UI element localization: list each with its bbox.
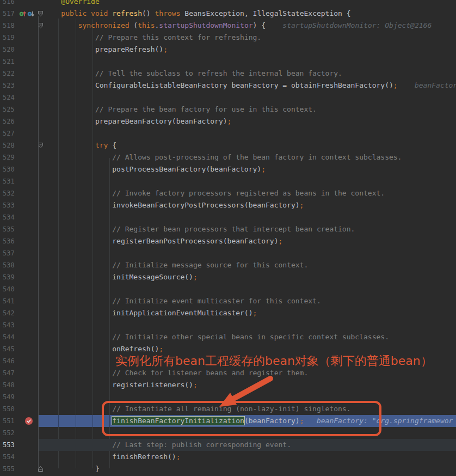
inline-debug-hint: startupShutdownMonitor: Object@2166 (266, 21, 432, 29)
gutter-icon-area (19, 8, 36, 20)
code-text[interactable]: registerListeners(); (44, 379, 198, 391)
code-line: 525 // Prepare the bean factory for use … (0, 103, 456, 115)
code-text[interactable]: // Prepare this context for refreshing. (44, 32, 261, 44)
gutter-line-number[interactable]: 532 (0, 187, 19, 199)
gutter-icon-area (19, 331, 36, 343)
code-token: void (91, 9, 108, 17)
gutter-line-number[interactable]: 525 (0, 103, 19, 115)
gutter-line-number[interactable]: 518 (0, 20, 19, 32)
gutter-line-number[interactable]: 547 (0, 367, 19, 379)
code-token: ; (193, 273, 198, 281)
code-text[interactable]: finishRefresh(); (44, 451, 180, 463)
code-line: 533 invokeBeanFactoryPostProcessors(bean… (0, 199, 456, 211)
code-text[interactable]: // Register bean processors that interce… (44, 223, 355, 235)
code-text[interactable]: // Last step: publish corresponding even… (44, 439, 291, 451)
gutter-line-number[interactable]: 549 (0, 391, 19, 403)
code-token (44, 237, 112, 245)
gutter-line-number[interactable]: 535 (0, 223, 19, 235)
gutter-line-number[interactable]: 531 (0, 175, 19, 187)
code-token: registerListeners() (112, 381, 193, 389)
gutter-icon-area (19, 235, 36, 247)
gutter-line-number[interactable]: 523 (0, 80, 19, 91)
code-text[interactable]: // Tell the subclass to refresh the inte… (44, 68, 342, 80)
code-line: 544 // Initialize other special beans in… (0, 331, 456, 343)
annotation-text: 实例化所有bean工程缓存的bean对象（剩下的普通bean） (115, 353, 433, 369)
code-text[interactable]: public void refresh() throws BeansExcept… (44, 8, 351, 20)
gutter-icon-area (19, 415, 36, 427)
gutter-icon-area (19, 259, 36, 271)
code-token (44, 465, 95, 473)
gutter-line-number[interactable]: 520 (0, 44, 19, 56)
code-text[interactable]: registerBeanPostProcessors(beanFactory); (44, 235, 282, 247)
gutter-line-number[interactable]: 528 (0, 139, 19, 151)
override-method-icon[interactable] (19, 10, 27, 17)
gutter-icon-area (19, 307, 36, 319)
code-text[interactable]: initMessageSource(); (44, 271, 198, 283)
gutter-line-number[interactable]: 516 (0, 0, 19, 8)
code-text[interactable]: } (44, 463, 100, 475)
code-token (44, 381, 112, 389)
code-token: // Invoke factory processors registered … (112, 189, 385, 197)
breakpoint-icon[interactable] (24, 417, 33, 425)
gutter-line-number[interactable]: 540 (0, 283, 19, 295)
gutter-line-number[interactable]: 529 (0, 151, 19, 163)
code-text[interactable]: initApplicationEventMulticaster(); (44, 307, 257, 319)
gutter-line-number[interactable]: 538 (0, 259, 19, 271)
code-token: throws (155, 9, 181, 17)
code-text[interactable]: // Prepare the bean factory for use in t… (44, 103, 317, 115)
gutter-line-number[interactable]: 553 (0, 439, 19, 451)
code-text[interactable]: synchronized (this.startupShutdownMonito… (44, 20, 432, 32)
code-text[interactable]: ConfigurableListableBeanFactory beanFact… (44, 80, 456, 91)
gutter-line-number[interactable]: 554 (0, 451, 19, 463)
code-line: 519 // Prepare this context for refreshi… (0, 32, 456, 44)
code-token (44, 273, 112, 281)
gutter-line-number[interactable]: 527 (0, 127, 19, 139)
code-text[interactable]: // Initialize event multicaster for this… (44, 295, 321, 307)
code-text[interactable]: invokeBeanFactoryPostProcessors(beanFact… (44, 199, 304, 211)
code-token: } (95, 465, 100, 473)
gutter-line-number[interactable]: 541 (0, 295, 19, 307)
gutter-line-number[interactable]: 543 (0, 319, 19, 331)
code-text[interactable]: try { (44, 139, 116, 151)
code-text[interactable]: // Invoke factory processors registered … (44, 187, 385, 199)
gutter-line-number[interactable]: 534 (0, 211, 19, 223)
gutter-icon-area (19, 319, 36, 331)
gutter-line-number[interactable]: 555 (0, 463, 19, 475)
code-text[interactable]: prepareBeanFactory(beanFactory); (44, 115, 231, 127)
code-token (44, 297, 112, 305)
gutter-line-number[interactable]: 539 (0, 271, 19, 283)
gutter-icon-area (19, 391, 36, 403)
code-token: { (108, 141, 116, 149)
code-line: 532 // Invoke factory processors registe… (0, 187, 456, 199)
gutter-line-number[interactable]: 546 (0, 355, 19, 367)
gutter-line-number[interactable]: 533 (0, 199, 19, 211)
gutter-line-number[interactable]: 552 (0, 427, 19, 439)
gutter-line-number[interactable]: 548 (0, 379, 19, 391)
code-text[interactable]: // Initialize other special beans in spe… (44, 331, 389, 343)
gutter-line-number[interactable]: 521 (0, 56, 19, 68)
gutter-line-number[interactable]: 550 (0, 403, 19, 415)
code-line: 528 try { (0, 139, 456, 151)
code-text[interactable]: // Allows post-processing of the bean fa… (44, 151, 402, 163)
code-token: // Register bean processors that interce… (112, 225, 355, 233)
gutter-line-number[interactable]: 524 (0, 91, 19, 103)
gutter-line-number[interactable]: 544 (0, 331, 19, 343)
gutter-line-number[interactable]: 536 (0, 235, 19, 247)
gutter-line-number[interactable]: 545 (0, 343, 19, 355)
code-text[interactable]: // Initialize message source for this co… (44, 259, 308, 271)
code-text[interactable]: prepareRefresh(); (44, 44, 168, 56)
code-text[interactable]: @Override (44, 0, 100, 8)
gutter-line-number[interactable]: 537 (0, 247, 19, 259)
gutter-line-number[interactable]: 551 (0, 415, 19, 427)
code-editor-window: 516 @Override517 public void refresh() t… (0, 0, 456, 476)
gutter-line-number[interactable]: 526 (0, 115, 19, 127)
gutter-line-number[interactable]: 522 (0, 68, 19, 80)
code-text[interactable]: postProcessBeanFactory(beanFactory); (44, 163, 266, 175)
code-token: ; (393, 81, 398, 89)
gutter-line-number[interactable]: 530 (0, 163, 19, 175)
gutter-line-number[interactable]: 517 (0, 8, 19, 20)
overridden-method-icon[interactable] (27, 10, 35, 17)
gutter-line-number[interactable]: 519 (0, 32, 19, 44)
gutter-icon-area (19, 271, 36, 283)
gutter-line-number[interactable]: 542 (0, 307, 19, 319)
